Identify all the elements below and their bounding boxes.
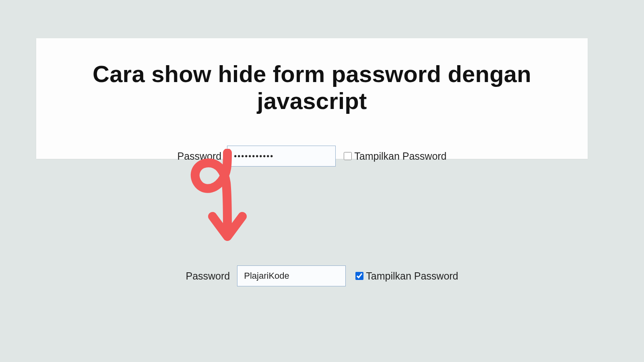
password-label-shown: Password — [186, 270, 230, 282]
page-title: Cara show hide form password dengan java… — [36, 38, 588, 114]
show-password-toggle-hidden: Tampilkan Password — [344, 150, 446, 162]
password-input-hidden[interactable] — [227, 146, 336, 167]
show-password-checkbox-hidden[interactable] — [344, 152, 352, 160]
password-label-hidden: Password — [177, 150, 221, 162]
show-password-label-shown: Tampilkan Password — [366, 270, 458, 282]
example-card: Cara show hide form password dengan java… — [36, 38, 588, 159]
form-row-hidden: Password Tampilkan Password — [36, 146, 588, 167]
password-input-shown[interactable] — [237, 265, 346, 286]
show-password-toggle-shown: Tampilkan Password — [355, 270, 458, 282]
form-row-shown: Password Tampilkan Password — [0, 265, 644, 286]
show-password-checkbox-shown[interactable] — [355, 272, 363, 280]
show-password-label-hidden: Tampilkan Password — [354, 150, 446, 162]
